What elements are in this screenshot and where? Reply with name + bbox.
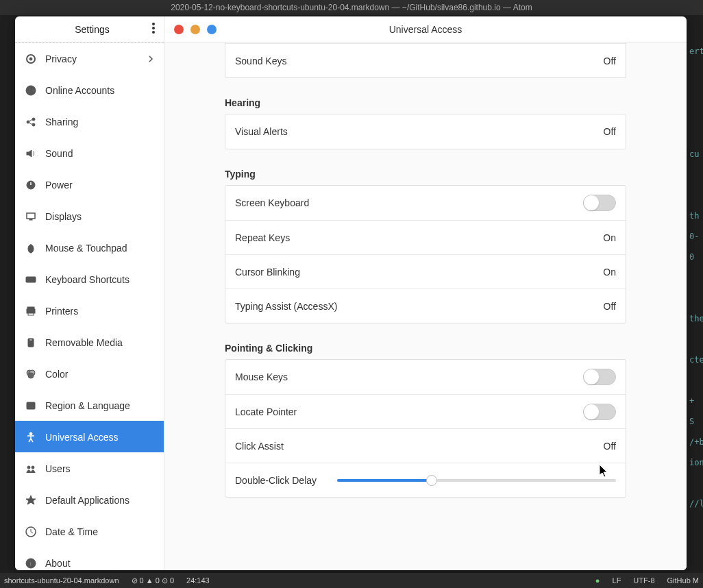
status-language[interactable]: GitHub M xyxy=(667,576,699,585)
sound-icon xyxy=(25,147,37,160)
titlebar: Settings Universal Access xyxy=(15,16,687,42)
hamburger-menu-button[interactable] xyxy=(143,16,164,42)
row-mouse-keys[interactable]: Mouse Keys xyxy=(225,360,626,394)
sidebar-item-label: Region & Language xyxy=(45,400,130,411)
sidebar-item-mouse-touchpad[interactable]: Mouse & Touchpad xyxy=(15,232,164,263)
sidebar-item-displays[interactable]: Displays xyxy=(15,200,164,232)
sidebar-item-default-applications[interactable]: Default Applications xyxy=(15,484,164,515)
sidebar-item-label: Sharing xyxy=(45,117,78,127)
svg-rect-17 xyxy=(27,278,28,279)
displays-icon xyxy=(25,210,37,223)
titlebar-left: Settings xyxy=(15,16,164,42)
row-value: Off xyxy=(604,56,616,66)
settings-window: Settings Universal Access Privacy@Online… xyxy=(15,16,687,570)
row-label: Typing Assist (AccessX) xyxy=(235,301,337,312)
row-value: Off xyxy=(604,301,616,312)
search-button[interactable] xyxy=(15,16,41,42)
svg-point-4 xyxy=(29,58,32,60)
sidebar-item-keyboard-shortcuts[interactable]: Keyboard Shortcuts xyxy=(15,263,164,295)
sidebar-item-label: Default Applications xyxy=(45,495,130,506)
sidebar-item-online-accounts[interactable]: @Online Accounts xyxy=(15,74,164,106)
row-value: Off xyxy=(604,441,616,452)
sidebar-item-label: Universal Access xyxy=(45,432,119,443)
sidebar-item-sound[interactable]: Sound xyxy=(15,137,164,169)
sidebar-item-label: Removable Media xyxy=(45,337,123,348)
row-label: Repeat Keys xyxy=(235,232,290,243)
sidebar-item-privacy[interactable]: Privacy xyxy=(15,42,164,74)
slider-double-click-delay[interactable] xyxy=(337,479,616,482)
row-screen-keyboard[interactable]: Screen Keyboard xyxy=(225,186,626,220)
status-file: shortcuts-ubuntu-20-04.markdown xyxy=(4,576,119,585)
sidebar-item-removable-media[interactable]: Removable Media xyxy=(15,326,164,358)
keyboard-shortcuts-icon xyxy=(25,273,37,286)
window-controls xyxy=(164,25,217,34)
row-label: Screen Keyboard xyxy=(235,197,309,208)
row-visual-alerts[interactable]: Visual AlertsOff xyxy=(225,114,626,149)
row-value: On xyxy=(603,232,616,243)
sidebar-item-users[interactable]: Users xyxy=(15,452,164,484)
sidebar-item-date-time[interactable]: Date & Time xyxy=(15,515,164,547)
sidebar-item-region-language[interactable]: ARegion & Language xyxy=(15,389,164,421)
row-label: Cursor Blinking xyxy=(235,267,300,278)
sidebar-item-label: Displays xyxy=(45,211,82,222)
row-double-click-delay: Double-Click Delay xyxy=(225,463,626,497)
sidebar-item-label: Keyboard Shortcuts xyxy=(45,274,130,285)
printers-icon xyxy=(25,305,37,317)
row-click-assist[interactable]: Click AssistOff xyxy=(225,428,626,463)
row-label: Mouse Keys xyxy=(235,371,288,382)
svg-rect-24 xyxy=(29,339,32,341)
toggle-locate-pointer[interactable] xyxy=(583,404,616,420)
svg-rect-18 xyxy=(29,278,29,279)
power-icon xyxy=(25,179,37,191)
row-label: Double-Click Delay xyxy=(235,475,317,486)
page-title: Universal Access xyxy=(164,24,687,35)
sidebar-item-color[interactable]: Color xyxy=(15,358,164,389)
close-window-button[interactable] xyxy=(174,25,184,34)
section-head-hearing: Hearing xyxy=(225,97,626,108)
row-sound-keys[interactable]: Sound KeysOff xyxy=(225,43,626,77)
svg-rect-12 xyxy=(27,213,35,219)
svg-point-0 xyxy=(152,23,155,25)
sidebar-item-label: Sound xyxy=(45,148,73,159)
svg-text:A: A xyxy=(29,403,33,409)
sidebar-item-power[interactable]: Power xyxy=(15,169,164,200)
section-head-pointing-clicking: Pointing & Clicking xyxy=(225,343,626,354)
svg-text:i: i xyxy=(30,560,32,567)
row-cursor-blinking[interactable]: Cursor BlinkingOn xyxy=(225,254,626,289)
universal-access-icon xyxy=(25,431,37,443)
svg-rect-21 xyxy=(27,309,35,313)
svg-point-2 xyxy=(152,31,155,34)
row-repeat-keys[interactable]: Repeat KeysOn xyxy=(225,220,626,254)
row-label: Click Assist xyxy=(235,441,284,452)
svg-rect-22 xyxy=(28,313,34,315)
row-value: Off xyxy=(604,126,616,137)
maximize-window-button[interactable] xyxy=(207,25,217,34)
default-applications-icon xyxy=(25,494,37,506)
svg-rect-15 xyxy=(31,245,32,247)
row-value: On xyxy=(603,267,616,278)
toggle-mouse-keys[interactable] xyxy=(583,369,616,385)
sidebar-item-label: Date & Time xyxy=(45,526,98,537)
atom-window-title: 2020-05-12-no-keyboard-shortcuts-ubuntu-… xyxy=(0,0,703,15)
settings-sidebar[interactable]: Privacy@Online AccountsSharingSoundPower… xyxy=(15,42,164,570)
row-label: Locate Pointer xyxy=(235,406,297,417)
row-typing-assist-accessx-[interactable]: Typing Assist (AccessX)Off xyxy=(225,289,626,323)
svg-point-31 xyxy=(27,466,30,469)
row-locate-pointer[interactable]: Locate Pointer xyxy=(225,394,626,428)
sharing-icon xyxy=(25,116,37,128)
sidebar-item-universal-access[interactable]: Universal Access xyxy=(15,421,164,452)
sidebar-item-about[interactable]: iAbout xyxy=(15,547,164,570)
status-line-ending[interactable]: LF xyxy=(613,576,621,585)
svg-point-1 xyxy=(152,27,155,29)
about-icon: i xyxy=(25,557,37,569)
svg-rect-19 xyxy=(30,278,31,279)
sidebar-item-printers[interactable]: Printers xyxy=(15,295,164,326)
minimize-window-button[interactable] xyxy=(190,25,200,34)
svg-rect-16 xyxy=(26,277,36,282)
online-accounts-icon: @ xyxy=(25,84,37,97)
settings-content[interactable]: Sound KeysOffHearingVisual AlertsOffTypi… xyxy=(164,42,687,570)
toggle-screen-keyboard[interactable] xyxy=(583,195,616,211)
sidebar-item-sharing[interactable]: Sharing xyxy=(15,106,164,137)
date-time-icon xyxy=(25,526,37,538)
status-encoding[interactable]: UTF-8 xyxy=(633,576,654,585)
